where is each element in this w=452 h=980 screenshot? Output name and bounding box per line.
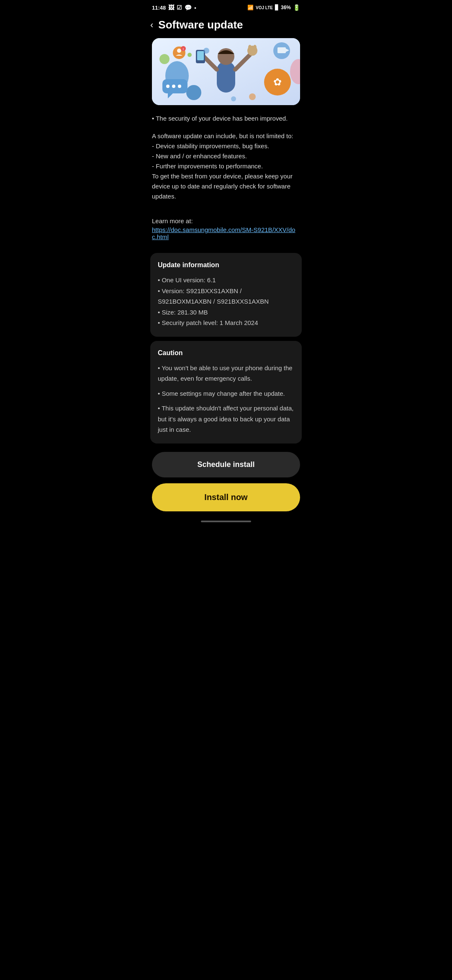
svg-point-29: [177, 49, 181, 53]
signal-bars-icon: ▊: [275, 5, 279, 10]
svg-rect-21: [277, 47, 286, 53]
caution-item-2: • This update shouldn't affect your pers…: [158, 403, 294, 435]
update-info-item-1: • Version: S921BXXS1AXBN / S921BOXM1AXBN…: [158, 286, 294, 307]
svg-point-2: [186, 85, 201, 100]
caution-card: Caution • You won't be able to use your …: [150, 341, 302, 444]
home-bar: [201, 521, 251, 522]
svg-text:✿: ✿: [273, 76, 282, 88]
battery-label: 36%: [281, 5, 291, 10]
update-info-items: • One UI version: 6.1 • Version: S921BXX…: [158, 275, 294, 328]
security-bullet: • The security of your device has been i…: [152, 113, 300, 124]
signal-label: VOJ LTE: [256, 5, 273, 10]
status-left: 11:48 🖼 ☑ 💬 •: [152, 4, 196, 11]
caution-item-1: • Some settings may change after the upd…: [158, 388, 294, 399]
update-info-title: Update information: [158, 261, 294, 269]
install-now-button[interactable]: Install now: [152, 483, 300, 511]
svg-point-24: [203, 48, 209, 54]
wifi-icon: 📶: [247, 5, 254, 10]
schedule-install-button[interactable]: Schedule install: [152, 452, 300, 477]
svg-point-5: [166, 85, 170, 88]
page-title: Software update: [158, 18, 243, 31]
header: ‹ Software update: [144, 13, 308, 38]
svg-rect-9: [217, 61, 235, 93]
svg-point-27: [231, 96, 236, 101]
description-paragraph: A software update can include, but is no…: [152, 131, 300, 201]
button-area: Schedule install Install now: [144, 448, 308, 516]
svg-point-26: [187, 53, 192, 57]
update-info-card: Update information • One UI version: 6.1…: [150, 253, 302, 337]
photo-icon: 🖼: [168, 4, 174, 11]
svg-point-3: [159, 54, 170, 64]
back-button[interactable]: ‹: [150, 21, 153, 30]
update-info-item-0: • One UI version: 6.1: [158, 275, 294, 286]
caution-title: Caution: [158, 349, 294, 357]
status-bar: 11:48 🖼 ☑ 💬 • 📶 VOJ LTE ▊ 36% 🔋: [144, 0, 308, 13]
home-indicator: [144, 516, 308, 526]
svg-point-17: [253, 45, 257, 50]
caution-items: • You won't be able to use your phone du…: [158, 363, 294, 435]
svg-point-16: [248, 45, 252, 50]
description-section: • The security of your device has been i…: [144, 105, 308, 249]
caution-item-0: • You won't be able to use your phone du…: [158, 363, 294, 384]
hero-illustration: ✿ !: [152, 38, 300, 105]
svg-point-6: [172, 85, 175, 88]
whatsapp-icon: 💬: [185, 4, 192, 11]
svg-rect-14: [197, 51, 204, 60]
learn-more-label: Learn more at:: [152, 217, 300, 224]
update-info-item-3: • Security patch level: 1 March 2024: [158, 317, 294, 328]
check-icon: ☑: [177, 4, 182, 11]
svg-point-25: [249, 93, 256, 100]
status-right: 📶 VOJ LTE ▊ 36% 🔋: [247, 4, 300, 11]
dot-icon: •: [194, 5, 196, 11]
battery-icon: 🔋: [293, 4, 300, 11]
svg-point-7: [178, 85, 181, 88]
svg-text:!: !: [183, 48, 184, 51]
update-info-item-2: • Size: 281.30 MB: [158, 307, 294, 318]
learn-more-link[interactable]: https://doc.samsungmobile.com/SM-S921B/X…: [152, 226, 300, 240]
time: 11:48: [152, 5, 166, 11]
